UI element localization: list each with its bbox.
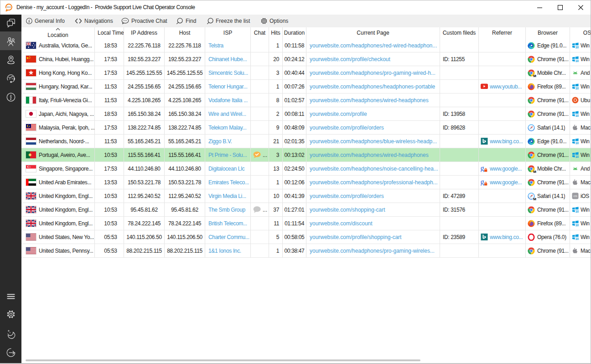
svg-text:g: g — [481, 165, 484, 172]
svg-text:10: 10 — [575, 59, 579, 62]
svg-text:10: 10 — [575, 45, 579, 49]
svg-text:10: 10 — [575, 114, 579, 117]
svg-text:iOS: iOS — [574, 195, 578, 198]
svg-text:10: 10 — [575, 223, 579, 227]
svg-text:10: 10 — [575, 237, 579, 240]
svg-text:g: g — [481, 179, 484, 186]
svg-text:10: 10 — [575, 155, 579, 158]
svg-text:10: 10 — [575, 209, 579, 213]
svg-text:10: 10 — [575, 86, 579, 90]
svg-text:10: 10 — [575, 141, 579, 145]
